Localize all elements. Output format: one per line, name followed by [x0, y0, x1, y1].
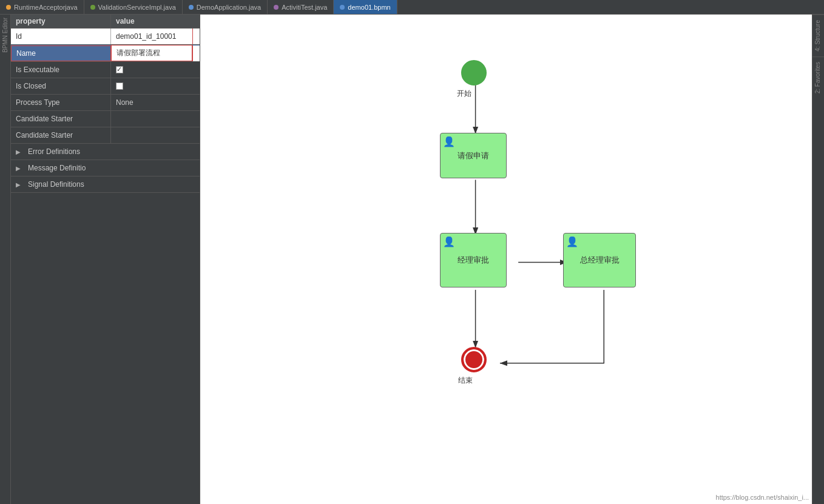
tab-validation[interactable]: ValidationServiceImpl.java: [84, 0, 183, 14]
left-panel: BPMN Editor property value Id demo01_id_…: [0, 15, 200, 504]
tab-dot-blue2: [340, 5, 345, 10]
prop-value-process-type[interactable]: None: [111, 95, 200, 110]
prop-name-message-def: Message Definitio: [23, 160, 117, 176]
tab-runtime-label: RuntimeAcceptorjava: [14, 4, 78, 11]
bpmn-start-label: 开始: [457, 89, 471, 99]
tab-validation-label: ValidationServiceImpl.java: [98, 4, 176, 11]
task3-label: 总经理审批: [580, 255, 620, 266]
tab-dot-orange: [6, 5, 11, 10]
checkbox-executable[interactable]: [116, 66, 123, 73]
bpmn-task-qingjia[interactable]: 👤 请假申请: [440, 133, 507, 178]
task1-label: 请假申请: [458, 150, 489, 161]
prop-row-name[interactable]: Name 请假部署流程: [11, 45, 200, 62]
bpmn-task-zongjingli[interactable]: 👤 总经理审批: [563, 233, 636, 287]
prop-name-error-def: Error Definitions: [23, 144, 117, 160]
prop-row-candidate-starter-1[interactable]: Candidate Starter: [11, 111, 200, 127]
main-content: BPMN Editor property value Id demo01_id_…: [0, 15, 824, 504]
properties-header: property value: [11, 15, 200, 29]
tab-dot-blue1: [189, 5, 194, 10]
prop-name-name: Name: [11, 45, 111, 61]
prop-name-id: Id: [11, 29, 111, 44]
task2-label: 经理审批: [458, 255, 489, 266]
tab-bpmn-label: demo01.bpmn: [348, 4, 390, 11]
bpmn-end-label: 结束: [458, 375, 473, 386]
tab-runtime[interactable]: RuntimeAcceptorjava: [0, 0, 84, 14]
task-icon-user2: 👤: [443, 236, 455, 247]
prop-row-executable[interactable]: Is Executable: [11, 62, 200, 78]
checkbox-closed[interactable]: [116, 82, 123, 90]
prop-row-closed[interactable]: Is Closed: [11, 78, 200, 95]
tab-demo-app-label: DemoApplication.java: [197, 4, 261, 11]
prop-row-error-def[interactable]: ▶ Error Definitions: [11, 144, 200, 160]
bpmn-start-event[interactable]: [461, 60, 487, 86]
prop-row-signal-def[interactable]: ▶ Signal Definitions: [11, 176, 200, 193]
expand-arrow-message: ▶: [11, 163, 23, 174]
prop-name-executable: Is Executable: [11, 62, 111, 78]
expand-arrow-signal: ▶: [11, 179, 23, 190]
diagram-area[interactable]: 开始 👤 请假申请 👤 经理审批 👤 总经理审批 结束 https://blog…: [200, 15, 812, 504]
prop-row-id[interactable]: Id demo01_id_10001: [11, 29, 200, 45]
prop-name-process-type: Process Type: [11, 95, 111, 110]
right-tab-structure[interactable]: 4: Structure: [812, 15, 824, 56]
prop-value-candidate-1[interactable]: [111, 111, 200, 127]
prop-name-closed: Is Closed: [11, 78, 111, 94]
bpmn-editor-strip: BPMN Editor: [0, 15, 11, 504]
right-tabs: 4: Structure 2: Favorites: [812, 15, 824, 504]
tab-activiti[interactable]: ActivitiTest.java: [268, 0, 334, 14]
bpmn-editor-label: BPMN Editor: [1, 15, 10, 56]
properties-table: property value Id demo01_id_10001 Name 请…: [11, 15, 200, 504]
tab-dot-purple: [274, 5, 279, 10]
header-value: value: [111, 15, 200, 28]
tab-bpmn[interactable]: demo01.bpmn: [334, 0, 397, 14]
right-tab-favorites[interactable]: 2: Favorites: [812, 56, 824, 98]
prop-value-closed: [111, 78, 200, 94]
tab-bar: RuntimeAcceptorjava ValidationServiceImp…: [0, 0, 824, 15]
prop-row-message-def[interactable]: ▶ Message Definitio: [11, 160, 200, 176]
prop-name-candidate-1: Candidate Starter: [11, 111, 111, 127]
tab-activiti-label: ActivitiTest.java: [282, 4, 327, 11]
prop-value-candidate-2[interactable]: [111, 127, 200, 143]
prop-name-candidate-2: Candidate Starter: [11, 127, 111, 143]
task-icon-user3: 👤: [566, 236, 578, 247]
header-property: property: [11, 15, 111, 28]
prop-row-process-type[interactable]: Process Type None: [11, 95, 200, 111]
bpmn-task-jingli[interactable]: 👤 经理审批: [440, 233, 507, 287]
expand-arrow-error: ▶: [11, 146, 23, 158]
prop-row-candidate-starter-2[interactable]: Candidate Starter: [11, 127, 200, 144]
prop-value-name[interactable]: 请假部署流程: [111, 45, 192, 61]
task-icon-user1: 👤: [443, 136, 455, 147]
prop-name-signal-def: Signal Definitions: [23, 176, 117, 192]
tab-demo-app[interactable]: DemoApplication.java: [183, 0, 268, 14]
tab-dot-green: [90, 5, 95, 10]
prop-value-id[interactable]: demo01_id_10001: [111, 29, 192, 44]
prop-value-executable: [111, 62, 200, 78]
watermark: https://blog.csdn.net/shaixin_i...: [716, 494, 809, 501]
bpmn-end-event[interactable]: [461, 347, 487, 372]
